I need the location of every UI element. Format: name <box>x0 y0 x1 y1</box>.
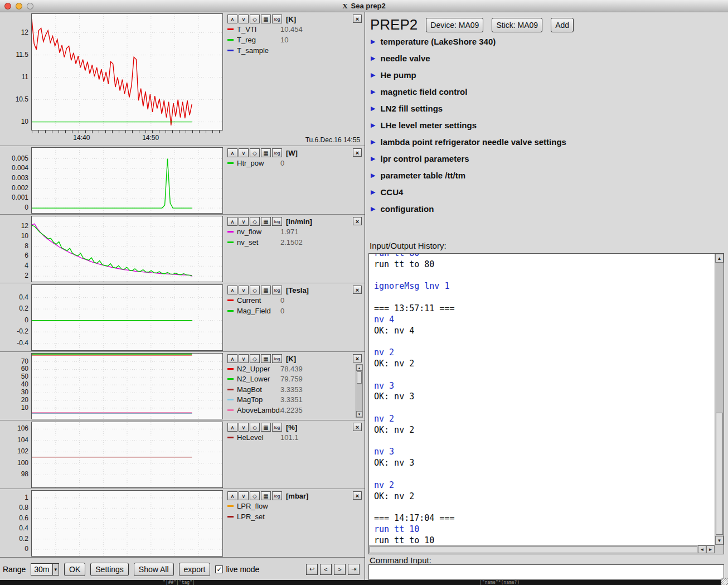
minimize-window-button[interactable] <box>16 3 22 9</box>
autoscale-button[interactable]: ◇ <box>250 217 260 226</box>
scroll-down-button[interactable]: ▼ <box>715 536 724 545</box>
close-graph-button[interactable]: × <box>353 491 362 500</box>
plot-area[interactable] <box>31 490 223 557</box>
scroll-up-button[interactable]: ▲ <box>715 254 724 263</box>
grid-button[interactable]: ▦ <box>261 148 271 157</box>
io-history-console[interactable]: run tt 80run tt to 80 ignoreMsg lnv 1 ==… <box>368 253 724 554</box>
vertical-scrollbar-thumb[interactable] <box>716 413 723 535</box>
section-lhe-level-meter-settings[interactable]: ▶LHe level meter settings <box>371 117 724 133</box>
scale-up-button[interactable]: ∧ <box>227 217 237 226</box>
series-row-htr-pow[interactable]: Htr_pow0 <box>227 158 362 168</box>
close-graph-button[interactable]: × <box>353 354 362 362</box>
legend-scrollbar-thumb[interactable] <box>357 371 362 384</box>
autoscale-button[interactable]: ◇ <box>250 491 260 500</box>
log-scale-button[interactable]: log <box>272 286 282 294</box>
log-scale-button[interactable]: log <box>272 217 282 226</box>
zoom-window-button[interactable] <box>27 3 33 9</box>
grid-button[interactable]: ▦ <box>261 286 271 294</box>
command-input[interactable] <box>368 564 724 580</box>
settings-button[interactable]: Settings <box>90 563 129 576</box>
plot-area[interactable] <box>31 147 223 214</box>
legend-scroll-down-button[interactable]: ▼ <box>356 411 362 417</box>
scroll-left-button[interactable]: ◄ <box>698 545 706 553</box>
plot-area[interactable] <box>31 216 223 282</box>
scale-up-button[interactable]: ∧ <box>227 286 237 294</box>
section-he-pump[interactable]: ▶He pump <box>371 66 724 83</box>
scale-up-button[interactable]: ∧ <box>227 491 237 500</box>
section-magnetic-field-control[interactable]: ▶magnetic field control <box>371 83 724 100</box>
resize-grip[interactable] <box>721 578 728 585</box>
live-mode-checkbox[interactable]: ✓ live mode <box>215 565 259 574</box>
plot-area[interactable] <box>31 422 223 488</box>
log-scale-button[interactable]: log <box>272 14 282 23</box>
series-row-t-sample[interactable]: T_sample <box>227 45 362 56</box>
series-row-abovelambda[interactable]: AboveLambda4.2235 <box>227 405 362 415</box>
jump-to-end-button[interactable]: ⇥ <box>348 564 360 575</box>
section-temperature-lakeshore-340[interactable]: ▶temperature (LakeShore 340) <box>371 33 724 50</box>
section-lambda-point-refrigerator-needle-valve-s[interactable]: ▶lambda point refrigerator needle valve … <box>371 133 724 150</box>
show-all-button[interactable]: Show All <box>134 563 174 576</box>
grid-button[interactable]: ▦ <box>261 423 271 432</box>
step-forward-button[interactable]: > <box>334 564 346 575</box>
series-row-nv-flow[interactable]: nv_flow1.971 <box>227 226 362 237</box>
section-configuration[interactable]: ▶configuration <box>371 200 724 217</box>
add-button[interactable]: Add <box>551 18 574 32</box>
series-row-t-reg[interactable]: T_reg10 <box>227 35 362 45</box>
scroll-right-button[interactable]: ► <box>706 545 715 553</box>
legend-scroll-up-button[interactable]: ▲ <box>356 365 362 371</box>
autoscale-button[interactable]: ◇ <box>250 354 260 363</box>
plot-area[interactable] <box>31 284 223 351</box>
autoscale-button[interactable]: ◇ <box>250 14 260 23</box>
grid-button[interactable]: ▦ <box>261 354 271 363</box>
plot-area[interactable] <box>31 353 223 419</box>
horizontal-scrollbar[interactable]: ◄ ► <box>369 545 715 554</box>
jump-back-button[interactable]: ↩ <box>306 564 318 575</box>
series-row-lpr-flow[interactable]: LPR_flow <box>227 501 362 511</box>
autoscale-button[interactable]: ◇ <box>250 148 260 157</box>
close-window-button[interactable] <box>4 3 11 9</box>
close-graph-button[interactable]: × <box>353 14 362 23</box>
log-scale-button[interactable]: log <box>272 423 282 432</box>
plot-area[interactable] <box>31 13 223 130</box>
range-select[interactable]: 30m ▾ <box>31 563 59 576</box>
scale-up-button[interactable]: ∧ <box>227 354 237 363</box>
series-row-lpr-set[interactable]: LPR_set <box>227 511 362 522</box>
series-row-current[interactable]: Current0 <box>227 295 362 306</box>
ok-button[interactable]: OK <box>64 563 85 576</box>
close-graph-button[interactable]: × <box>353 286 362 294</box>
legend-scrollbar[interactable]: ▲▼ <box>356 364 363 418</box>
series-row-magbot[interactable]: MagBot3.3353 <box>227 384 362 395</box>
scale-down-button[interactable]: ∨ <box>239 148 249 157</box>
scale-up-button[interactable]: ∧ <box>227 148 237 157</box>
series-row-t-vti[interactable]: T_VTI10.454 <box>227 24 362 35</box>
series-row-magtop[interactable]: MagTop3.3351 <box>227 395 362 405</box>
section-parameter-table-tt-tm[interactable]: ▶parameter table /tt/tm <box>371 167 724 183</box>
grid-button[interactable]: ▦ <box>261 217 271 226</box>
log-scale-button[interactable]: log <box>272 491 282 500</box>
section-ln2-fill-settings[interactable]: ▶LN2 fill settings <box>371 100 724 117</box>
log-scale-button[interactable]: log <box>272 148 282 157</box>
grid-button[interactable]: ▦ <box>261 491 271 500</box>
autoscale-button[interactable]: ◇ <box>250 423 260 432</box>
scale-down-button[interactable]: ∨ <box>239 217 249 226</box>
scale-down-button[interactable]: ∨ <box>239 423 249 432</box>
close-graph-button[interactable]: × <box>353 217 362 225</box>
close-graph-button[interactable]: × <box>353 423 362 431</box>
stick-button[interactable]: Stick: MA09 <box>492 18 542 32</box>
step-back-button[interactable]: < <box>320 564 332 575</box>
section-lpr-control-parameters[interactable]: ▶lpr control parameters <box>371 150 724 167</box>
series-row-n2-lower[interactable]: N2_Lower79.759 <box>227 374 362 385</box>
series-row-n2-upper[interactable]: N2_Upper78.439 <box>227 364 362 374</box>
grid-button[interactable]: ▦ <box>261 14 271 23</box>
log-scale-button[interactable]: log <box>272 354 282 363</box>
close-graph-button[interactable]: × <box>353 148 362 157</box>
horizontal-scrollbar-thumb[interactable] <box>370 546 697 553</box>
vertical-scrollbar[interactable]: ▲ ▼ <box>715 254 724 545</box>
section-ccu4[interactable]: ▶CCU4 <box>371 183 724 200</box>
scale-down-button[interactable]: ∨ <box>239 286 249 294</box>
section-needle-valve[interactable]: ▶needle valve <box>371 50 724 66</box>
scale-down-button[interactable]: ∨ <box>239 354 249 363</box>
export-button[interactable]: export <box>179 563 211 576</box>
scale-up-button[interactable]: ∧ <box>227 423 237 432</box>
window-titlebar[interactable]: XSea prep2 <box>0 0 728 12</box>
